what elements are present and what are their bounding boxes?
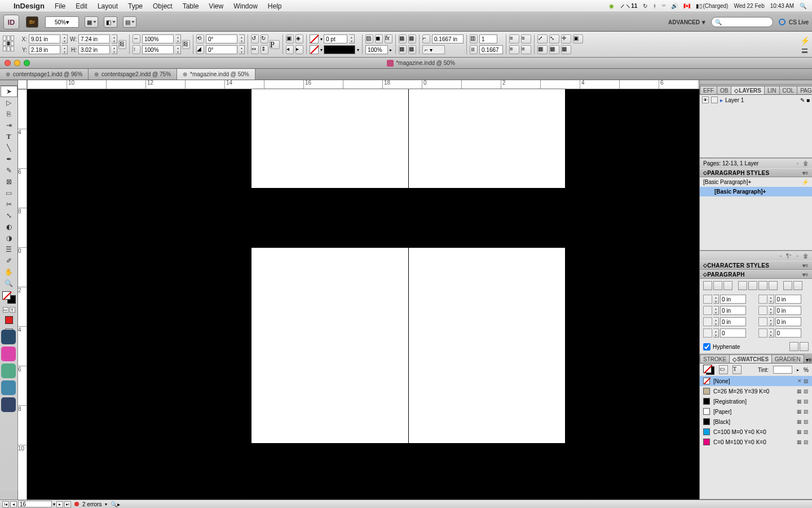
select-container-icon[interactable]: ▣ bbox=[286, 34, 294, 43]
panel-grip[interactable] bbox=[0, 80, 17, 86]
bluetooth-icon[interactable]: ᚼ bbox=[653, 3, 656, 9]
new-layer-icon[interactable]: ▫ bbox=[796, 160, 798, 167]
constrain-scale-icon[interactable]: ⛓ bbox=[182, 40, 190, 49]
open-preflight-icon[interactable]: 🔍▸ bbox=[111, 501, 120, 507]
justify-center-icon[interactable] bbox=[748, 281, 757, 290]
close-tab-icon[interactable]: ⊗ bbox=[94, 71, 99, 77]
wrap-none-icon[interactable]: ▦ bbox=[399, 34, 407, 43]
app-name[interactable]: InDesign bbox=[14, 2, 45, 10]
clock-date[interactable]: Wed 22 Feb bbox=[734, 3, 764, 9]
workspace-switcher[interactable]: ADVANCED ▾ bbox=[668, 19, 705, 26]
stroke-style-dropdown[interactable] bbox=[324, 45, 355, 54]
stroke-weight-field[interactable]: 0 pt bbox=[324, 34, 347, 43]
shear-field[interactable]: 0° bbox=[206, 45, 237, 54]
prev-page-button[interactable]: ◂ bbox=[10, 501, 17, 507]
vertical-ruler[interactable]: 468 0246 810 bbox=[18, 89, 27, 500]
vert-align-top-icon[interactable]: ≡ bbox=[509, 34, 519, 43]
timemachine-icon[interactable]: ↻ bbox=[643, 3, 647, 9]
object-styles-tab[interactable]: OB bbox=[717, 86, 731, 94]
vert-align-bottom-icon[interactable]: ≡ bbox=[509, 45, 519, 54]
clock-time[interactable]: 10:43 AM bbox=[770, 3, 794, 9]
gradient-tab[interactable]: GRADIEN bbox=[771, 354, 804, 363]
spread-upper[interactable] bbox=[251, 89, 565, 188]
dock-icon[interactable] bbox=[1, 397, 16, 412]
horizontal-ruler[interactable]: 101214161802468101214161820222426 bbox=[27, 80, 699, 89]
x-field[interactable]: 9.01 in bbox=[29, 34, 60, 43]
color-tab[interactable]: COL bbox=[779, 86, 798, 94]
type-tool[interactable]: T bbox=[1, 131, 17, 142]
vert-align-center-icon[interactable]: ≡ bbox=[521, 34, 531, 43]
fill-frame-icon[interactable]: ▦ bbox=[537, 45, 548, 54]
dock-icon[interactable] bbox=[1, 364, 16, 378]
wrap-bounding-icon[interactable]: ▦ bbox=[408, 34, 416, 43]
auto-fit-icon[interactable]: ▦ bbox=[549, 45, 559, 54]
rotation-field[interactable]: 0° bbox=[206, 34, 237, 43]
bridge-button[interactable]: Br bbox=[26, 16, 38, 28]
ruler-origin[interactable] bbox=[18, 80, 27, 89]
delete-style-icon[interactable]: 🗑 bbox=[803, 253, 809, 259]
wifi-icon[interactable]: ⌔ bbox=[662, 3, 665, 9]
close-tab-icon[interactable]: ⊗ bbox=[6, 71, 10, 77]
flip-h-icon[interactable]: ⇔ bbox=[251, 45, 259, 54]
paragraph-style-row[interactable]: [Basic Paragraph]+ bbox=[700, 187, 812, 196]
zoom-tool[interactable]: 🔍 bbox=[1, 278, 17, 289]
gradient-swatch-tool[interactable]: ◐ bbox=[1, 221, 17, 233]
format-container-icon[interactable]: ▭ bbox=[719, 365, 728, 374]
menu-object[interactable]: Object bbox=[153, 2, 173, 10]
space-before-field[interactable] bbox=[720, 317, 746, 326]
fill-swatch[interactable] bbox=[310, 34, 319, 43]
control-menu-icon[interactable] bbox=[802, 49, 807, 53]
corner-field[interactable]: 0.1667 in bbox=[432, 34, 464, 43]
paragraph-panel-header[interactable]: ◇ PARAGRAPH▾≡ bbox=[700, 270, 812, 279]
scissors-tool[interactable]: ✂ bbox=[1, 199, 17, 210]
hyphenate-checkbox[interactable] bbox=[703, 343, 710, 351]
space-after-field[interactable] bbox=[775, 317, 801, 326]
zoom-level-dropdown[interactable]: 50% ▾ bbox=[45, 16, 79, 28]
flip-v-icon[interactable]: ⇕ bbox=[261, 45, 268, 54]
close-tab-icon[interactable]: ⊗ bbox=[183, 71, 187, 77]
links-tab[interactable]: LIN bbox=[764, 86, 780, 94]
cs-live-button[interactable]: CS Live bbox=[779, 19, 809, 25]
layers-tab[interactable]: ◇ LAYERS bbox=[731, 86, 765, 94]
mac-dock[interactable] bbox=[0, 327, 18, 491]
visibility-icon[interactable]: 👁 bbox=[702, 97, 709, 103]
quick-apply-icon[interactable]: ⚡ bbox=[800, 36, 810, 45]
menu-window[interactable]: Window bbox=[233, 2, 258, 10]
window-close-button[interactable] bbox=[5, 60, 11, 66]
fx-icon[interactable]: fx bbox=[385, 34, 392, 43]
panel-menu-icon[interactable]: ▾≡ bbox=[804, 357, 812, 363]
dock-icon[interactable] bbox=[1, 330, 16, 344]
pencil-tool[interactable]: ✎ bbox=[1, 165, 17, 176]
note-tool[interactable]: ☰ bbox=[1, 244, 17, 255]
page-number-field[interactable] bbox=[18, 501, 52, 507]
effects-tab[interactable]: EFF bbox=[700, 86, 717, 94]
menu-layout[interactable]: Layout bbox=[98, 2, 118, 10]
menu-type[interactable]: Type bbox=[128, 2, 143, 10]
character-styles-header[interactable]: ◇ CHARACTER STYLES▾≡ bbox=[700, 261, 812, 270]
delete-layer-icon[interactable]: 🗑 bbox=[803, 160, 809, 167]
scale-y-field[interactable]: 100% bbox=[142, 45, 174, 54]
lock-icon[interactable] bbox=[711, 97, 718, 103]
next-page-button[interactable]: ▸ bbox=[56, 501, 63, 507]
fit-options-icon[interactable]: ▦ bbox=[561, 45, 571, 54]
free-transform-tool[interactable]: ⤡ bbox=[1, 210, 17, 221]
swatch-row[interactable]: C=0 M=100 Y=0 K=0▦ ▨ bbox=[700, 437, 812, 447]
window-zoom-button[interactable] bbox=[24, 60, 30, 66]
last-line-indent-field[interactable] bbox=[775, 306, 801, 315]
document-tab[interactable]: ⊗contentspage1.indd @ 96% bbox=[0, 69, 89, 80]
drop-cap-lines-field[interactable] bbox=[720, 329, 746, 338]
swatch-row[interactable]: [Black]▦ ▨ bbox=[700, 417, 812, 427]
gradient-feather-tool[interactable]: ◑ bbox=[1, 233, 17, 244]
layer-name[interactable]: Layer 1 bbox=[725, 97, 744, 103]
drop-cap-chars-field[interactable] bbox=[775, 329, 801, 338]
panel-grip[interactable] bbox=[700, 80, 812, 85]
width-field[interactable]: 7.24 in bbox=[78, 34, 110, 43]
spread-lower[interactable] bbox=[251, 248, 565, 443]
rectangle-frame-tool[interactable]: ⊠ bbox=[1, 176, 17, 187]
rotate-ccw-icon[interactable]: ↺ bbox=[251, 34, 259, 43]
screen-mode-button[interactable]: ◧ bbox=[104, 16, 117, 28]
battery-icon[interactable]: ▮▯ (Charged) bbox=[696, 3, 728, 9]
hand-tool[interactable]: ✋ bbox=[1, 266, 17, 278]
y-field[interactable]: 2.18 in bbox=[29, 45, 60, 54]
first-line-indent-field[interactable] bbox=[720, 306, 746, 315]
